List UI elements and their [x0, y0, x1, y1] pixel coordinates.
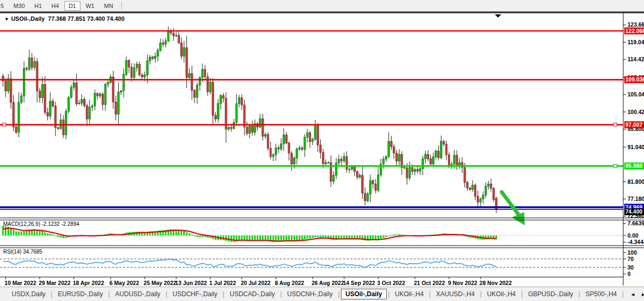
chart-symbol: USOil-,Daily — [11, 15, 45, 22]
rsi-indicator-label: RSI(14) 34.7685 — [3, 249, 42, 255]
timeframe-button-h4[interactable]: H4 — [47, 1, 63, 11]
symbol-tab-usdcnhdaily[interactable]: USDCNH-,Daily — [283, 289, 337, 299]
tab-separator: | — [50, 290, 53, 298]
date-label: 10 Mar 2022 — [5, 280, 37, 286]
date-label: 18 Apr 2022 — [73, 280, 104, 286]
timeframe-button-w1[interactable]: W1 — [81, 1, 99, 11]
tab-separator: | — [222, 290, 225, 298]
hline-handle[interactable] — [3, 123, 6, 126]
rsi-value: 34.7685 — [23, 249, 42, 255]
date-label: 8 Aug 2022 — [275, 280, 304, 286]
svg-text:85.988: 85.988 — [625, 162, 642, 169]
svg-text:109.036: 109.036 — [625, 76, 644, 83]
symbol-tab-ukoilh4[interactable]: UKOil-,H4 — [390, 289, 428, 299]
macd-axis-label: 7.6639 — [627, 220, 644, 226]
candlestick-series — [2, 27, 497, 213]
price-tick-label: 100.420 — [627, 109, 644, 115]
date-label: 20 Jul 2022 — [241, 280, 271, 286]
price-badge-85.988: 85.988 — [624, 162, 644, 169]
rsi-axis-label: 30 — [627, 264, 634, 271]
scroll-right-arrow-button[interactable]: ► — [641, 291, 644, 297]
hline-handle[interactable] — [614, 165, 617, 168]
date-label: 13 Jun 2022 — [175, 280, 207, 286]
date-label: 1 Jul 2022 — [209, 280, 236, 286]
tab-separator: | — [279, 290, 283, 298]
rsi-line — [3, 259, 496, 267]
tab-separator: | — [107, 290, 111, 298]
symbol-tab-xauusdh4[interactable]: XAUUSD-,H4 — [431, 289, 479, 299]
tab-separator: | — [520, 290, 524, 298]
tab-separator: | — [387, 290, 390, 298]
tab-separator: | — [621, 290, 625, 298]
symbol-tab-usdchfdaily[interactable]: USDCHF-,Daily — [168, 289, 222, 299]
tab-separator: | — [337, 290, 340, 298]
chart-window[interactable]: 123.660119.040114.420109.660105.040100.4… — [0, 13, 644, 287]
symbol-tab-gbpusddaily[interactable]: GBPUSD-,Daily — [524, 289, 577, 299]
scroll-left-arrow-button[interactable]: ◄ — [630, 291, 635, 297]
tab-separator: | — [428, 290, 431, 298]
symbol-tab-sp500h4[interactable]: SP500-,H4 — [581, 289, 621, 299]
chart-title-dropdown-icon[interactable]: ▼ — [4, 17, 9, 22]
price-tick-label: 123.660 — [627, 21, 644, 28]
price-tick-label: 114.420 — [627, 56, 644, 62]
price-badge-122.066: 122.066 — [624, 28, 644, 35]
price-badge-109.036: 109.036 — [624, 76, 644, 83]
chart-title: ▼USOil-,Daily 77.368 77.851 73.400 74.40… — [4, 15, 125, 22]
symbol-tab-ukoilh4[interactable]: UKOil-,H4 — [483, 289, 520, 299]
symbol-tab-eurusddaily[interactable]: EURUSD-,Daily — [53, 289, 107, 299]
price-badge-74.400: 74.400 — [624, 208, 644, 215]
date-label: 25 May 2022 — [144, 280, 176, 286]
symbol-tab-usoildaily-active[interactable]: USOil-,Daily — [341, 289, 387, 299]
rsi-name: RSI(14) — [3, 249, 21, 255]
macd-axis-label: -4.3444 — [627, 239, 644, 245]
tab-separator: | — [479, 290, 483, 298]
rsi-axis-label: 100 — [627, 249, 637, 256]
timeframe-button-m30[interactable]: M30 — [9, 1, 29, 11]
price-tick-label: 81.800 — [627, 178, 644, 185]
date-label: 6 May 2022 — [110, 280, 140, 286]
tab-scroll-controls: |◄► — [621, 290, 644, 298]
price-tick-label: 119.040 — [627, 39, 644, 45]
tab-separator: | — [577, 290, 581, 298]
symbol-tab-usdcaddaily[interactable]: USDCAD-,Daily — [225, 289, 279, 299]
timeframe-toolbar: 5M30H1H4D1W1MN — [0, 0, 644, 11]
symbol-tab-bar: USDX,Daily|EURUSD-,Daily|AUDUSD-,Daily|U… — [0, 287, 644, 301]
toolbar-separator — [121, 2, 122, 10]
macd-name: MACD(12,26,9) — [3, 221, 40, 227]
timeframe-button-h1[interactable]: H1 — [30, 1, 46, 11]
price-chart-canvas[interactable]: 123.660119.040114.420109.660105.040100.4… — [0, 13, 644, 287]
tab-separator: | — [165, 290, 168, 298]
symbol-tab-usdxdaily[interactable]: USDX,Daily — [7, 289, 50, 299]
date-label: 21 Oct 2022 — [414, 280, 445, 286]
chart-shift-marker-icon[interactable] — [495, 14, 501, 18]
date-label: 9 Nov 2022 — [448, 280, 477, 286]
rsi-axis-label: 70 — [627, 256, 634, 262]
timeframe-button-mn[interactable]: MN — [100, 1, 117, 11]
date-label: 14 Sep 2022 — [343, 280, 375, 286]
svg-text:74.400: 74.400 — [625, 208, 642, 215]
price-tick-label: 91.040 — [627, 144, 644, 150]
date-label: 28 Nov 2022 — [479, 280, 512, 286]
price-badge-97.007: 97.007 — [624, 121, 644, 128]
trading-terminal: 5M30H1H4D1W1MN 123.660119.040114.420109.… — [0, 0, 644, 301]
hline-handle[interactable] — [614, 123, 617, 126]
macd-axis-label: 0.00 — [627, 232, 639, 239]
svg-text:122.066: 122.066 — [625, 28, 644, 34]
timeframe-button-d1[interactable]: D1 — [64, 1, 80, 11]
price-tick-label: 77.180 — [627, 196, 644, 202]
macd-values: -2.1232 -2.2894 — [42, 221, 79, 227]
price-tick-label: 105.040 — [627, 91, 644, 97]
macd-series — [3, 226, 496, 242]
rsi-axis-label: 0 — [627, 271, 631, 277]
symbol-tab-audusddaily[interactable]: AUDUSD-,Daily — [111, 289, 165, 299]
chart-ohlc: 77.368 77.851 73.400 74.400 — [48, 15, 125, 22]
date-label: 26 Aug 2022 — [312, 280, 344, 286]
svg-text:97.007: 97.007 — [625, 121, 642, 128]
date-label: 3 Oct 2022 — [377, 280, 405, 286]
date-label: 29 Mar 2022 — [39, 280, 71, 286]
timeframe-button-5[interactable]: 5 — [0, 1, 8, 11]
macd-indicator-label: MACD(12,26,9) -2.1232 -2.2894 — [3, 221, 79, 227]
